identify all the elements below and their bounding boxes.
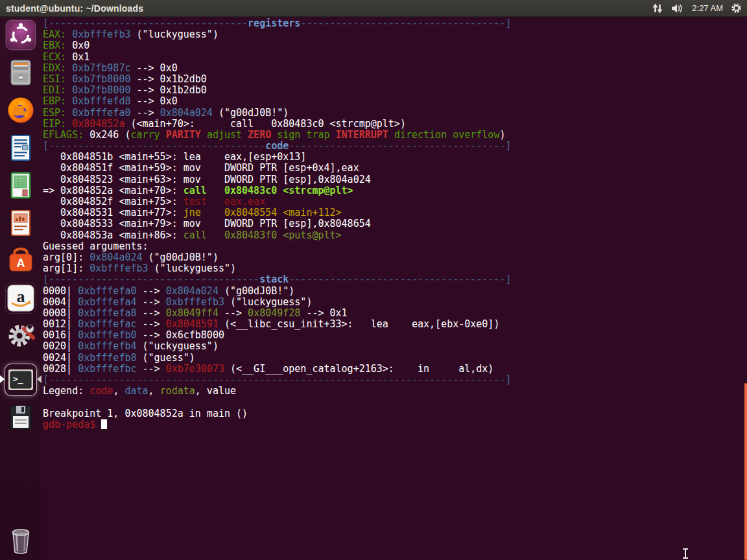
- terminal-line: [43, 397, 747, 408]
- svg-text:>_: >_: [13, 374, 23, 384]
- terminal-line: [----------------------------------regis…: [43, 18, 747, 29]
- svg-text:a: a: [17, 287, 25, 306]
- launcher-item-trash[interactable]: [5, 525, 36, 556]
- terminal-line: [---------------------------------------…: [43, 375, 747, 386]
- terminal-line: 0x804852f <main+75>: test eax,eax: [43, 196, 747, 207]
- launcher-item-libreoffice-impress[interactable]: [5, 207, 36, 239]
- terminal-line: 0x8048523 <main+63>: mov DWORD PTR [esp]…: [43, 174, 747, 185]
- terminal-line: arg[1]: 0xbfffefb3 ("luckyguess"): [43, 263, 747, 274]
- session-gear-icon[interactable]: [731, 3, 742, 14]
- terminal-line: Guessed arguments:: [43, 241, 747, 252]
- terminal-line: EBX: 0x0: [43, 40, 747, 51]
- amazon-icon: a: [5, 283, 36, 314]
- terminal-line: ECX: 0x1: [43, 52, 747, 63]
- terminal-line: 0020| 0xbfffefb4 ("uckyguess"): [43, 341, 747, 352]
- terminal-line: 0x8048531 <main+77>: jne 0x8048554 <main…: [43, 207, 747, 218]
- terminal-line: EAX: 0xbfffefb3 ("luckyguess"): [43, 29, 747, 40]
- terminal-output: [----------------------------------regis…: [42, 17, 747, 430]
- libreoffice-writer-icon: [5, 132, 36, 163]
- svg-text:A: A: [17, 257, 25, 270]
- terminal-line: 0000| 0xbfffefa0 --> 0x804a024 ("g00dJ0B…: [43, 286, 747, 297]
- floppy-disk-icon: [5, 402, 36, 433]
- terminal-line: => 0x804852a <main+70>: call 0x80483c0 <…: [43, 185, 747, 196]
- terminal-line: EBP: 0xbfffefd8 --> 0x0: [43, 96, 747, 107]
- dash-home-icon: [5, 19, 36, 51]
- terminal-line: 0x8048533 <main+79>: mov DWORD PTR [esp]…: [43, 218, 747, 229]
- terminal-line: Breakpoint 1, 0x0804852a in main (): [43, 408, 747, 419]
- terminal-line: [-------------------------------------co…: [43, 141, 747, 152]
- terminal-icon: >_: [5, 364, 36, 395]
- scrollbar-thumb[interactable]: [744, 383, 747, 560]
- terminal-line: 0008| 0xbfffefa8 --> 0x8049ff4 --> 0x804…: [43, 308, 747, 319]
- launcher-item-libreoffice-calc[interactable]: [5, 170, 36, 201]
- launcher-item-terminal[interactable]: >_: [5, 364, 36, 395]
- system-settings-icon: [5, 320, 36, 351]
- terminal-line: EFLAGS: 0x246 (carry PARITY adjust ZERO …: [43, 130, 747, 141]
- terminal-cursor: [101, 419, 107, 429]
- launcher: A a: [0, 17, 42, 560]
- libreoffice-impress-icon: [5, 207, 36, 239]
- terminal-line: Legend: code, data, rodata, value: [43, 386, 747, 397]
- terminal-line: 0016| 0xbfffefb0 --> 0x6cfb8000: [43, 330, 747, 341]
- terminal-line: ESI: 0xb7fb8000 --> 0x1b2db0: [43, 74, 747, 85]
- terminal-line: ESP: 0xbfffefa0 --> 0x804a024 ("g00dJ0B!…: [43, 108, 747, 119]
- launcher-item-amazon[interactable]: a: [5, 283, 36, 314]
- trash-icon: [5, 525, 36, 556]
- launcher-item-floppy[interactable]: [5, 402, 36, 433]
- terminal-line: EDI: 0xb7fb8000 --> 0x1b2db0: [43, 85, 747, 96]
- launcher-item-dash-home[interactable]: [5, 19, 36, 51]
- top-panel: student@ubuntu: ~/Downloads 2:27 AM: [0, 0, 747, 17]
- volume-icon[interactable]: [671, 3, 684, 14]
- firefox-icon: [5, 95, 36, 126]
- terminal-line: [------------------------------------sta…: [43, 274, 747, 285]
- terminal-window[interactable]: [----------------------------------regis…: [42, 17, 747, 560]
- terminal-line: gdb-peda$: [43, 419, 747, 430]
- terminal-line: 0x804851f <main+59>: mov DWORD PTR [esp+…: [43, 163, 747, 174]
- launcher-item-libreoffice-writer[interactable]: [5, 132, 36, 163]
- launcher-item-ubuntu-software[interactable]: A: [5, 245, 36, 276]
- terminal-line: EDX: 0xb7fb987c --> 0x0: [43, 63, 747, 74]
- active-app-arrow-left-icon: [0, 375, 5, 383]
- terminal-line: 0012| 0xbfffefac --> 0x8048591 (<__libc_…: [43, 319, 747, 330]
- launcher-item-system-settings[interactable]: [5, 320, 36, 351]
- clock[interactable]: 2:27 AM: [692, 3, 723, 13]
- launcher-item-files[interactable]: [5, 57, 36, 88]
- terminal-line: 0028| 0xbfffefbc --> 0xb7e30073 (<__GI__…: [43, 364, 747, 375]
- terminal-line: 0024| 0xbfffefb8 ("guess"): [43, 353, 747, 364]
- libreoffice-calc-icon: [5, 170, 36, 201]
- files-icon: [5, 57, 36, 88]
- focused-app-arrow-right-icon: [37, 375, 42, 383]
- terminal-line: EIP: 0x804852a (<main+70>: call 0x80483c…: [43, 119, 747, 130]
- terminal-line: 0x804851b <main+55>: lea eax,[esp+0x13]: [43, 152, 747, 163]
- terminal-line: 0004| 0xbfffefa4 --> 0xbfffefb3 ("luckyg…: [43, 297, 747, 308]
- ubuntu-software-icon: A: [5, 245, 36, 276]
- keyboard-layout-arrows-icon[interactable]: [652, 3, 663, 14]
- window-title: student@ubuntu: ~/Downloads: [0, 3, 143, 14]
- launcher-item-firefox[interactable]: [5, 95, 36, 126]
- system-tray: 2:27 AM: [652, 3, 747, 14]
- terminal-line: 0x804853a <main+86>: call 0x80483f0 <put…: [43, 230, 747, 241]
- terminal-line: arg[0]: 0x804a024 ("g00dJ0B!"): [43, 252, 747, 263]
